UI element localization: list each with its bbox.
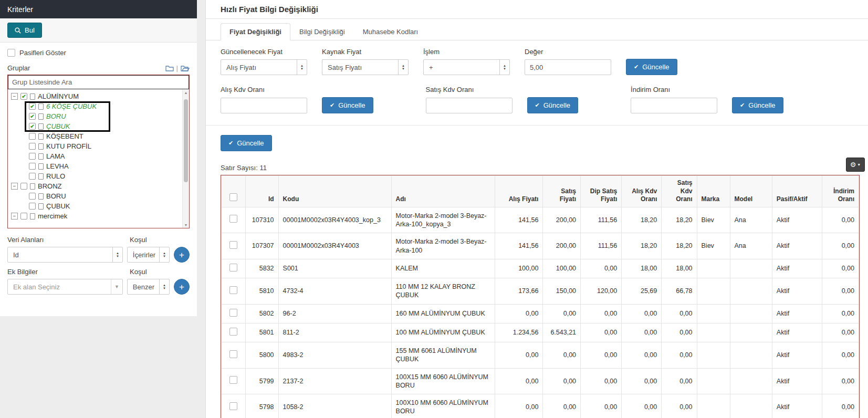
expand-all-folder-icon[interactable] (181, 65, 190, 71)
tree-checkbox[interactable] (20, 213, 27, 220)
column-header[interactable]: Model (730, 176, 772, 207)
update-price-button[interactable]: ✔ Güncelle (626, 59, 677, 75)
table-row[interactable]: 580296-2160 MM ALÜMİNYUM ÇUBUK0,000,000,… (222, 304, 859, 323)
tree-checkbox[interactable] (29, 173, 36, 180)
source-price-select[interactable]: Satış Fiyatı ▲▼ (322, 59, 409, 75)
tree-checkbox[interactable] (29, 193, 36, 200)
bulk-update-button[interactable]: ✔ Güncelle (221, 135, 272, 151)
table-settings-button[interactable]: ⚙ ▼ (846, 158, 865, 172)
row-checkbox[interactable] (229, 328, 237, 336)
tree-checkbox[interactable]: ✔ (29, 113, 36, 120)
scrollbar-thumb[interactable] (184, 99, 188, 182)
tree-item[interactable]: LAMA (10, 151, 187, 161)
tab-fiyat-degisikligi[interactable]: Fiyat Değişikliği (221, 23, 290, 40)
row-checkbox[interactable] (229, 402, 237, 410)
select-all-checkbox[interactable] (229, 193, 237, 201)
sales-vat-input[interactable] (426, 98, 513, 113)
table-row[interactable]: 57992137-2100X15 MM 6060 ALÜMİNYUM BORU0… (222, 368, 859, 394)
operation-select[interactable]: + ▲▼ (423, 59, 510, 75)
column-header[interactable]: Dip Satış Fiyatı (581, 176, 622, 207)
tab-muhasebe-kodlari[interactable]: Muhasebe Kodları (354, 23, 427, 40)
table-cell: 0,00 (662, 323, 697, 342)
scroll-down-icon[interactable]: ▼ (183, 223, 189, 227)
tree-expander-icon[interactable]: − (11, 213, 18, 220)
row-checkbox[interactable] (229, 350, 237, 358)
tree-item[interactable]: BORU (10, 191, 187, 201)
row-checkbox[interactable] (229, 241, 237, 249)
table-row[interactable]: 58104732-4110 MM 12 KALAY BRONZ ÇUBUK173… (222, 278, 859, 305)
update-sales-vat-button[interactable]: ✔ Güncelle (527, 97, 579, 113)
tree-checkbox[interactable] (29, 153, 36, 160)
table-cell: Aktif (772, 233, 822, 259)
table-row[interactable]: 57981058-2100X10 MM 6060 ALÜMİNYUM BORU0… (222, 394, 859, 418)
column-header[interactable]: Kodu (278, 176, 391, 207)
row-checkbox[interactable] (229, 264, 237, 271)
table-row[interactable]: 10730700001M0002x03R4Y4003Motor-Marka 2-… (222, 233, 859, 259)
column-header[interactable]: Alış Kdv Oranı (622, 176, 662, 207)
tree-item[interactable]: RULO (10, 171, 187, 181)
tree-item[interactable]: ✔ÇUBUK (10, 121, 187, 131)
tree-checkbox[interactable] (29, 143, 36, 150)
discount-rate-label: İndirim Oranı (631, 86, 783, 93)
tree-expander-icon[interactable]: − (11, 183, 18, 190)
column-header[interactable]: Id (245, 176, 278, 207)
show-passives-toggle[interactable]: Pasifleri Göster (7, 49, 190, 57)
document-icon (30, 183, 35, 190)
tree-item[interactable]: LEVHA (10, 161, 187, 171)
purchase-vat-input[interactable] (221, 98, 307, 113)
table-row[interactable]: 5801811-2100 MM ALÜMİNYUM ÇUBUK1.234,566… (222, 323, 859, 342)
discount-rate-input[interactable] (631, 98, 717, 113)
table-row[interactable]: 10731000001M0002x03R4Y4003_kop_3Motor-Ma… (222, 207, 859, 233)
tree-expander-icon[interactable]: − (11, 93, 18, 100)
tree-checkbox[interactable] (20, 183, 27, 190)
tree-checkbox[interactable] (29, 133, 36, 140)
table-cell: 100 MM ALÜMİNYUM ÇUBUK (391, 323, 495, 342)
row-checkbox[interactable] (229, 215, 237, 223)
tab-bilgi-degisikligi[interactable]: Bilgi Değişikliği (290, 23, 354, 40)
sales-vat-label: Satış Kdv Oranı (426, 86, 579, 93)
tree-checkbox[interactable] (29, 203, 36, 210)
data-field-select[interactable]: Id ▲▼ (7, 247, 123, 263)
collapse-all-folder-icon[interactable] (165, 65, 174, 71)
row-checkbox[interactable] (229, 286, 237, 294)
show-passives-checkbox[interactable] (7, 49, 15, 57)
column-header[interactable]: Satış Fiyatı (543, 176, 581, 207)
tree-checkbox[interactable]: ✔ (29, 123, 36, 130)
group-search-input[interactable] (8, 75, 189, 89)
column-header[interactable]: Satış Kdv Oranı (662, 176, 697, 207)
table-row[interactable]: 58004983-2155 MM 6061 ALÜMİNYUM ÇUBUK0,0… (222, 342, 859, 369)
add-criteria-button[interactable]: + (174, 247, 190, 263)
tree-item[interactable]: KUTU PROFİL (10, 141, 187, 151)
condition-select-1[interactable]: İçerirler ▲▼ (127, 247, 170, 263)
table-row[interactable]: 5832S001KALEM100,00100,000,0018,0018,00A… (222, 259, 859, 278)
tree-item[interactable]: ✔BORU (10, 111, 187, 121)
extra-field-select[interactable]: Ek alan Seçiniz ▼ (7, 279, 123, 295)
update-purchase-vat-button[interactable]: ✔ Güncelle (322, 97, 373, 113)
tree-item[interactable]: −BRONZ (10, 181, 187, 191)
tree-scrollbar[interactable]: ▲ ▼ (182, 90, 189, 228)
tree-item[interactable]: KÖŞEBENT (10, 131, 187, 141)
condition-select-2[interactable]: Benzer ▲▼ (127, 279, 170, 295)
column-header[interactable]: Alış Fiyatı (495, 176, 543, 207)
tree-checkbox[interactable] (29, 163, 36, 170)
value-input[interactable] (525, 59, 611, 75)
scroll-up-icon[interactable]: ▲ (183, 91, 189, 95)
column-header[interactable]: İndirim Oranı (822, 176, 859, 207)
tree-item[interactable]: −mercimek (10, 211, 187, 221)
row-checkbox[interactable] (229, 376, 237, 384)
update-discount-button[interactable]: ✔ Güncelle (732, 97, 783, 113)
add-extra-button[interactable]: + (174, 279, 190, 295)
row-checkbox[interactable] (229, 309, 237, 317)
tree-checkbox[interactable]: ✔ (29, 103, 36, 110)
find-button[interactable]: Bul (7, 23, 42, 38)
column-header[interactable]: Adı (391, 176, 495, 207)
update-price-select[interactable]: Alış Fiyatı ▲▼ (221, 59, 307, 75)
tree-checkbox[interactable]: ✔ (20, 93, 27, 100)
tree-item[interactable]: −✔ALÜMİNYUM (10, 91, 187, 101)
column-header[interactable]: Pasif/Aktif (772, 176, 822, 207)
data-field-value: Id (8, 251, 19, 259)
column-header[interactable]: Marka (697, 176, 730, 207)
tree-item[interactable]: ✔6 KÖŞE ÇUBUK (10, 101, 187, 111)
tree-item[interactable]: ÇUBUK (10, 201, 187, 211)
table-cell: 811-2 (278, 323, 391, 342)
